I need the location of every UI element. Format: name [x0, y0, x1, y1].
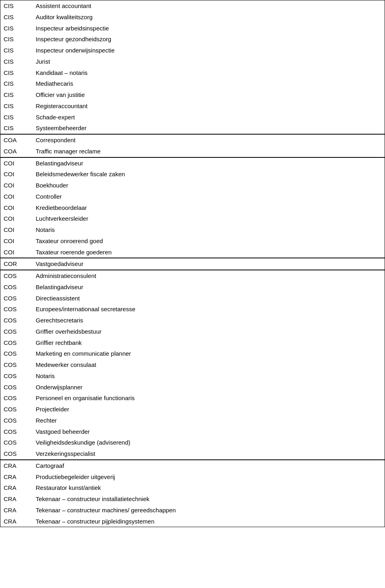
label-cell: Tekenaar – constructeur installatietechn… [32, 493, 385, 505]
label-cell: Mediathecaris [32, 78, 385, 89]
code-cell: COI [0, 157, 32, 169]
table-row: CRATekenaar – constructeur installatiete… [0, 493, 385, 505]
label-cell: Productiebegeleider uitgeverij [32, 471, 385, 483]
code-cell: COS [0, 415, 32, 426]
table-row: COSMarketing en communicatie planner [0, 348, 385, 359]
code-cell: COI [0, 169, 32, 180]
table-row: CISMediathecaris [0, 78, 385, 89]
table-row: COACorrespondent [0, 134, 385, 146]
label-cell: Beleidsmedewerker fiscale zaken [32, 169, 385, 180]
label-cell: Jurist [32, 56, 385, 67]
code-cell: CIS [0, 0, 32, 12]
label-cell: Marketing en communicatie planner [32, 348, 385, 359]
table-row: COIBoekhouder [0, 180, 385, 191]
label-cell: Verzekeringsspecialist [32, 448, 385, 460]
code-cell: CIS [0, 123, 32, 134]
code-cell: COS [0, 404, 32, 415]
label-cell: Inspecteur onderwijsinspectie [32, 45, 385, 56]
table-row: COSProjectleider [0, 404, 385, 415]
table-row: CORVastgoedadviseur [0, 258, 385, 270]
table-row: CRAProductiebegeleider uitgeverij [0, 471, 385, 483]
label-cell: Tekenaar – constructeur machines/ gereed… [32, 505, 385, 516]
code-cell: COS [0, 448, 32, 460]
code-cell: COR [0, 258, 32, 270]
label-cell: Europees/internationaal secretaresse [32, 304, 385, 315]
label-cell: Correspondent [32, 134, 385, 146]
table-row: COSGriffier overheidsbestuur [0, 326, 385, 337]
table-row: COSBelastingadviseur [0, 282, 385, 293]
code-cell: COS [0, 371, 32, 382]
label-cell: Schade-expert [32, 112, 385, 123]
code-cell: COS [0, 326, 32, 337]
code-cell: COS [0, 282, 32, 293]
label-cell: Belastingadviseur [32, 157, 385, 169]
label-cell: Luchtverkeersleider [32, 213, 385, 224]
code-cell: COS [0, 270, 32, 282]
code-cell: CRA [0, 471, 32, 483]
label-cell: Veiligheidsdeskundige (adviserend) [32, 437, 385, 448]
table-row: COILuchtverkeersleider [0, 213, 385, 224]
code-cell: COI [0, 236, 32, 247]
label-cell: Kredietbeoordelaar [32, 202, 385, 213]
code-cell: COS [0, 382, 32, 393]
label-cell: Tekenaar – constructeur pijpleidingsyste… [32, 516, 385, 527]
label-cell: Officier van justitie [32, 89, 385, 101]
code-cell: COS [0, 293, 32, 304]
label-cell: Cartograaf [32, 460, 385, 471]
label-cell: Directieassistent [32, 293, 385, 304]
label-cell: Auditor kwaliteitszorg [32, 12, 385, 23]
table-row: COIKredietbeoordelaar [0, 202, 385, 213]
table-row: COITaxateur roerende goederen [0, 247, 385, 258]
code-cell: CRA [0, 505, 32, 516]
table-row: CISInspecteur onderwijsinspectie [0, 45, 385, 56]
code-cell: CIS [0, 23, 32, 34]
table-row: CRATekenaar – constructeur pijpleidingsy… [0, 516, 385, 527]
code-cell: COS [0, 393, 32, 404]
table-row: CISAuditor kwaliteitszorg [0, 12, 385, 23]
label-cell: Restaurator kunst/antiek [32, 482, 385, 493]
code-cell: COI [0, 247, 32, 258]
table-row: COSDirectieassistent [0, 293, 385, 304]
code-cell: COS [0, 304, 32, 315]
code-cell: COS [0, 315, 32, 326]
table-row: COSRechter [0, 415, 385, 426]
table-row: COSPersoneel en organisatie functionaris [0, 393, 385, 404]
label-cell: Inspecteur arbeidsinspectie [32, 23, 385, 34]
table-row: COIBeleidsmedewerker fiscale zaken [0, 169, 385, 180]
label-cell: Inspecteur gezondheidszorg [32, 34, 385, 45]
table-row: COSEuropees/internationaal secretaresse [0, 304, 385, 315]
table-row: CISJurist [0, 56, 385, 67]
table-row: CRARestaurator kunst/antiek [0, 482, 385, 493]
label-cell: Assistent accountant [32, 0, 385, 12]
table-row: CISOfficier van justitie [0, 89, 385, 101]
label-cell: Controller [32, 191, 385, 202]
label-cell: Notaris [32, 371, 385, 382]
label-cell: Boekhouder [32, 180, 385, 191]
label-cell: Vastgoed beheerder [32, 426, 385, 437]
label-cell: Gerechtsecretaris [32, 315, 385, 326]
table-row: COITaxateur onroerend goed [0, 236, 385, 247]
label-cell: Systeembeheerder [32, 123, 385, 134]
code-cell: COI [0, 213, 32, 224]
table-row: COINotaris [0, 224, 385, 236]
code-cell: CIS [0, 56, 32, 67]
table-row: CISInspecteur arbeidsinspectie [0, 23, 385, 34]
code-cell: CIS [0, 89, 32, 101]
label-cell: Taxateur roerende goederen [32, 247, 385, 258]
code-cell: CRA [0, 482, 32, 493]
label-cell: Personeel en organisatie functionaris [32, 393, 385, 404]
main-table-container: CISAssistent accountantCISAuditor kwalit… [0, 0, 385, 527]
occupation-table: CISAssistent accountantCISAuditor kwalit… [0, 0, 385, 527]
table-row: COIController [0, 191, 385, 202]
code-cell: CRA [0, 493, 32, 505]
label-cell: Notaris [32, 224, 385, 236]
label-cell: Traffic manager reclame [32, 146, 385, 157]
table-row: COSGriffier rechtbank [0, 337, 385, 348]
code-cell: CIS [0, 112, 32, 123]
label-cell: Medewerker consulaat [32, 359, 385, 371]
code-cell: COS [0, 359, 32, 371]
table-row: COATraffic manager reclame [0, 146, 385, 157]
code-cell: COI [0, 191, 32, 202]
table-row: CISInspecteur gezondheidszorg [0, 34, 385, 45]
label-cell: Taxateur onroerend goed [32, 236, 385, 247]
